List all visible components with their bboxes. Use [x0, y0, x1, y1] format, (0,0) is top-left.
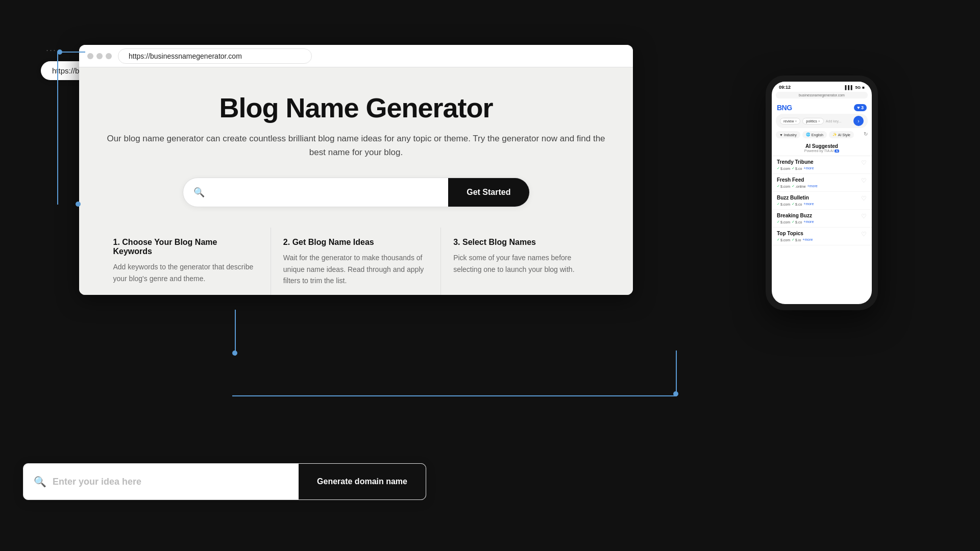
heart-button-fresh-feed[interactable]: ♡ [861, 177, 867, 184]
result-left-topics: Top Topics ✓ $.com ✓ $.io +more [777, 231, 861, 242]
ai-suggested-section-header: AI Suggested Powered by TIA AI AI [772, 141, 872, 156]
keyword-remove-review[interactable]: × [795, 119, 797, 123]
phone-search-go-button[interactable]: › [853, 116, 864, 126]
check-icon-breaking-2: ✓ [792, 220, 795, 224]
connector-top-h [60, 52, 85, 53]
browser-dot-green [106, 53, 112, 59]
domain-co-buzz: ✓ $.co [792, 202, 802, 206]
main-search-bar[interactable]: 🔍 Get Started [183, 178, 530, 207]
browser-address-field[interactable]: https://businessnamegenerator.com [118, 48, 312, 64]
bottom-search-bar[interactable]: 🔍 Enter your idea here Generate domain n… [23, 463, 426, 500]
filter-english[interactable]: 🌐 English [802, 131, 827, 138]
search-icon: 🔍 [193, 187, 205, 198]
step-2-desc: Wait for the generator to make thousands… [283, 252, 428, 286]
tia-ai-badge: AI [835, 149, 839, 153]
step-3: 3. Select Blog Names Pick some of your f… [441, 228, 611, 295]
domain-more-topics[interactable]: +more [802, 238, 813, 242]
check-icon-online: ✓ [792, 184, 795, 188]
domain-tags-fresh-feed: ✓ $.com ✓ .online +more [777, 184, 861, 188]
page-title: Blog Name Generator [100, 92, 612, 123]
phone-screen: 09:12 ▌▌▌ 5G ■ businessnamegenerator.com… [772, 82, 872, 304]
result-name-trendy-tribune: Trendy Tribune [777, 159, 861, 165]
phone-search-bar[interactable]: review × politics × Add key... › [776, 114, 868, 128]
heart-button-trendy-tribune[interactable]: ♡ [861, 159, 867, 166]
browser-toolbar: https://businessnamegenerator.com [79, 45, 633, 67]
arrow-icon: › [857, 118, 859, 124]
browser-traffic-lights [87, 53, 112, 59]
refresh-icon[interactable]: ↻ [864, 131, 868, 138]
result-left-fresh: Fresh Feed ✓ $.com ✓ .online +more [777, 177, 861, 188]
filter-industry-label: Industry [784, 133, 797, 137]
keyword-tag-review[interactable]: review × [780, 118, 800, 124]
domain-more-fresh[interactable]: +more [807, 184, 818, 188]
heart-button-buzz-bulletin[interactable]: ♡ [861, 195, 867, 202]
check-icon-fresh: ✓ [777, 184, 780, 188]
keyword-remove-politics[interactable]: × [818, 119, 820, 123]
keyword-text-politics: politics [806, 119, 817, 123]
domain-co: ✓ $.co [792, 166, 802, 170]
domain-tags-breaking-buzz: ✓ $.com ✓ $.co +more [777, 220, 861, 224]
result-top-topics: Top Topics ✓ $.com ✓ $.io +more ♡ [772, 228, 872, 245]
phone-signal: ▌▌▌ [845, 85, 853, 90]
check-icon-buzz-2: ✓ [792, 202, 795, 206]
phone-status-bar: 09:12 ▌▌▌ 5G ■ [772, 82, 872, 92]
domain-online-fresh: ✓ .online [792, 184, 806, 188]
domain-com: ✓ $.com [777, 166, 790, 170]
check-icon-io: ✓ [792, 238, 795, 242]
heart-button-breaking-buzz[interactable]: ♡ [861, 213, 867, 220]
step-3-title: 3. Select Blog Names [453, 238, 599, 247]
phone-battery: ■ [862, 85, 865, 90]
result-name-buzz-bulletin: Buzz Bulletin [777, 195, 861, 201]
step-1-desc: Add keywords to the generator that descr… [113, 261, 258, 284]
main-search-input[interactable] [210, 180, 438, 205]
connector-left-v [57, 52, 58, 205]
phone-filters: ▼ Industry 🌐 English ✨ AI Style ↻ [772, 131, 872, 141]
domain-more-buzz[interactable]: +more [803, 202, 814, 206]
generate-domain-button[interactable]: Generate domain name [299, 464, 426, 499]
keyword-tag-politics[interactable]: politics × [802, 118, 824, 124]
step-2-title: 2. Get Blog Name Ideas [283, 238, 428, 247]
step-2: 2. Get Blog Name Ideas Wait for the gene… [271, 228, 441, 295]
keyword-text-review: review [783, 119, 794, 123]
domain-com-topics: ✓ $.com [777, 238, 790, 242]
browser-dot-yellow [96, 53, 103, 59]
heart-button-top-topics[interactable]: ♡ [861, 231, 867, 238]
browser-dot-red [87, 53, 93, 59]
step-1-title: 1. Choose Your Blog Name Keywords [113, 238, 258, 256]
filter-ai-style[interactable]: ✨ AI Style [829, 131, 854, 138]
keyword-input-placeholder[interactable]: Add key... [826, 119, 851, 123]
check-icon-2: ✓ [792, 166, 795, 170]
phone-heart-badge[interactable]: ♥ 3 [854, 104, 867, 111]
powered-by-text: Powered by TIA AI [804, 149, 834, 153]
domain-tags-buzz-bulletin: ✓ $.com ✓ $.co +more [777, 202, 861, 206]
bottom-search-icon: 🔍 [34, 475, 46, 488]
ai-suggested-subtitle: Powered by TIA AI AI [777, 149, 867, 153]
globe-icon: 🌐 [806, 133, 811, 137]
result-name-fresh-feed: Fresh Feed [777, 177, 861, 183]
result-name-top-topics: Top Topics [777, 231, 861, 236]
result-buzz-bulletin: Buzz Bulletin ✓ $.com ✓ $.co +more ♡ [772, 192, 872, 210]
phone-status-right: ▌▌▌ 5G ■ [845, 85, 865, 90]
domain-more-trendy[interactable]: +more [803, 166, 814, 170]
result-left-buzz: Buzz Bulletin ✓ $.com ✓ $.co +more [777, 195, 861, 206]
phone-header: BNG ♥ 3 [772, 102, 872, 114]
connector-right-v [676, 350, 677, 396]
domain-more-breaking[interactable]: +more [803, 220, 814, 224]
connector-bottom-v [235, 310, 236, 356]
ai-icon: ✨ [832, 133, 837, 137]
domain-com-buzz: ✓ $.com [777, 202, 790, 206]
result-left-breaking: Breaking Buzz ✓ $.com ✓ $.co +more [777, 213, 861, 224]
domain-com-fresh: ✓ $.com [777, 184, 790, 188]
step-3-desc: Pick some of your fave names before sele… [453, 252, 599, 275]
filter-industry[interactable]: ▼ Industry [776, 131, 800, 138]
domain-tags-top-topics: ✓ $.com ✓ $.io +more [777, 238, 861, 242]
filter-ai-style-label: AI Style [838, 133, 850, 137]
get-started-button[interactable]: Get Started [448, 178, 529, 207]
industry-icon: ▼ [779, 133, 783, 137]
results-list: Trendy Tribune ✓ $.com ✓ $.co +more ♡ Fr… [772, 156, 872, 245]
phone-mockup: 09:12 ▌▌▌ 5G ■ businessnamegenerator.com… [766, 76, 878, 310]
bottom-search-inner: 🔍 Enter your idea here [23, 464, 299, 499]
domain-tags-trendy-tribune: ✓ $.com ✓ $.co +more [777, 166, 861, 170]
browser-window: https://businessnamegenerator.com Blog N… [79, 45, 633, 295]
domain-co-breaking: ✓ $.co [792, 220, 802, 224]
